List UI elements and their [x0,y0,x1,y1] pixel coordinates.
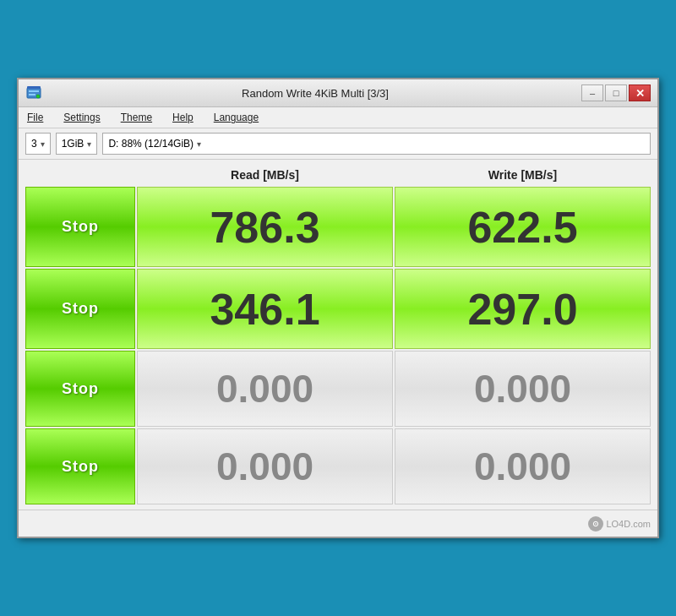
grid-row: Stop 346.1 297.0 [25,269,651,349]
queue-value: 3 [31,138,37,150]
queue-dropdown[interactable]: 3 ▾ [25,133,51,155]
write-value-4: 0.000 [395,428,651,504]
write-header: Write [MB/s] [395,165,651,185]
svg-rect-2 [29,94,35,95]
drive-value: D: 88% (12/14GiB) [108,138,194,150]
watermark-logo: ⊙ [588,516,603,532]
header-spacer [25,165,135,185]
queue-dropdown-arrow: ▾ [41,139,45,149]
drive-dropdown-arrow: ▾ [197,139,201,149]
svg-point-4 [36,95,40,98]
title-bar: Random Write 4KiB Multi [3/3] – □ ✕ [19,79,657,107]
window-controls: – □ ✕ [581,84,651,101]
read-header: Read [MB/s] [137,165,393,185]
size-dropdown[interactable]: 1GiB ▾ [56,133,98,155]
read-value-1: 786.3 [137,187,393,267]
size-dropdown-arrow: ▾ [87,139,91,149]
menu-language[interactable]: Language [210,110,262,125]
write-value-2: 297.0 [395,269,651,349]
close-button[interactable]: ✕ [629,84,651,101]
write-value-1: 622.5 [395,187,651,267]
app-icon [25,84,42,101]
grid-row: Stop 0.000 0.000 [25,351,651,427]
write-value-3: 0.000 [395,351,651,427]
read-value-3: 0.000 [137,351,393,427]
data-grid: Read [MB/s] Write [MB/s] Stop 786.3 622.… [19,160,657,510]
menu-help[interactable]: Help [169,110,197,125]
minimize-button[interactable]: – [581,84,603,101]
grid-headers: Read [MB/s] Write [MB/s] [25,165,651,185]
toolbar: 3 ▾ 1GiB ▾ D: 88% (12/14GiB) ▾ [19,128,657,160]
grid-row: Stop 786.3 622.5 [25,187,651,267]
stop-button-4[interactable]: Stop [25,428,135,504]
menubar: File Settings Theme Help Language [19,107,657,128]
maximize-button[interactable]: □ [605,84,627,101]
menu-file[interactable]: File [24,110,46,125]
svg-rect-3 [27,86,41,89]
stop-button-3[interactable]: Stop [25,351,135,427]
read-value-4: 0.000 [137,428,393,504]
svg-rect-1 [29,90,39,92]
watermark: ⊙ LO4D.com [588,516,651,532]
size-value: 1GiB [62,138,84,150]
stop-button-2[interactable]: Stop [25,269,135,349]
window-title: Random Write 4KiB Multi [3/3] [49,87,581,100]
drive-dropdown[interactable]: D: 88% (12/14GiB) ▾ [102,133,651,155]
watermark-text: LO4D.com [606,519,651,529]
read-value-2: 346.1 [137,269,393,349]
menu-settings[interactable]: Settings [60,110,103,125]
grid-row: Stop 0.000 0.000 [25,428,651,504]
status-bar: ⊙ LO4D.com [19,510,657,537]
main-window: Random Write 4KiB Multi [3/3] – □ ✕ File… [17,78,659,538]
menu-theme[interactable]: Theme [117,110,155,125]
stop-button-1[interactable]: Stop [25,187,135,267]
